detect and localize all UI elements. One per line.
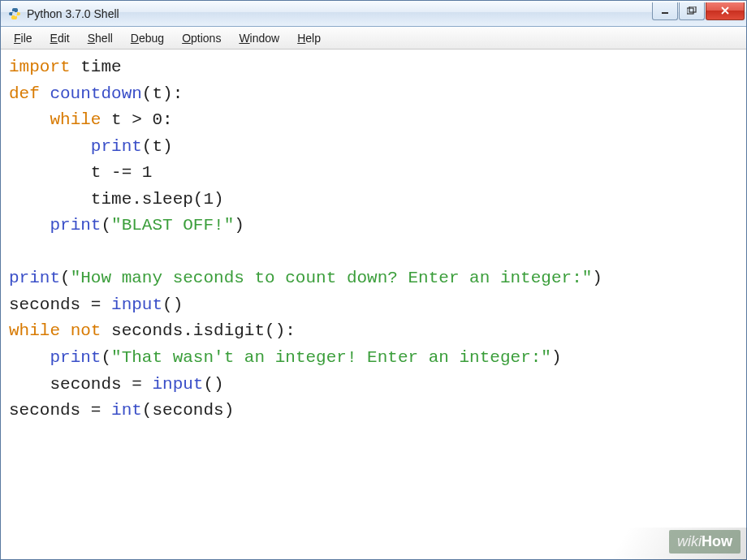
menu-edit[interactable]: Edit	[42, 29, 78, 47]
close-button[interactable]	[706, 2, 745, 20]
string-literal: "That wasn't an integer! Enter an intege…	[111, 348, 551, 367]
svg-rect-2	[689, 6, 696, 12]
builtin: print	[9, 269, 60, 287]
menu-help[interactable]: Help	[289, 29, 329, 47]
minimize-button[interactable]	[652, 2, 678, 20]
wikihow-watermark: wikiHow	[669, 530, 741, 554]
builtin: input	[152, 375, 203, 394]
menu-shell[interactable]: Shell	[80, 29, 121, 47]
titlebar[interactable]: Python 3.7.0 Shell	[1, 1, 746, 27]
builtin: input	[111, 295, 162, 314]
svg-rect-0	[662, 12, 668, 14]
menubar: File Edit Shell Debug Options Window Hel…	[1, 27, 746, 50]
builtin: print	[91, 137, 142, 156]
python-shell-window: Python 3.7.0 Shell File Edit Shell Debug…	[0, 0, 747, 560]
keyword: import	[9, 58, 71, 76]
string-literal: "How many seconds to count down? Enter a…	[71, 269, 593, 287]
svg-rect-1	[687, 8, 693, 14]
code-editor[interactable]: import time def countdown(t): while t > …	[1, 50, 746, 559]
maximize-button[interactable]	[679, 2, 705, 20]
keyword: not	[71, 321, 101, 340]
builtin: int	[111, 401, 142, 420]
string-literal: "BLAST OFF!"	[111, 216, 234, 235]
menu-options[interactable]: Options	[174, 29, 229, 47]
function-name: countdown	[40, 84, 142, 103]
menu-debug[interactable]: Debug	[123, 29, 172, 47]
window-title: Python 3.7.0 Shell	[27, 7, 652, 20]
menu-file[interactable]: File	[6, 29, 41, 47]
builtin: print	[50, 216, 101, 235]
keyword: while	[9, 321, 60, 340]
app-icon	[7, 6, 22, 21]
menu-window[interactable]: Window	[231, 29, 287, 47]
window-controls	[652, 2, 745, 20]
builtin: print	[50, 348, 101, 367]
keyword: def	[9, 84, 40, 103]
keyword: while	[50, 110, 101, 129]
